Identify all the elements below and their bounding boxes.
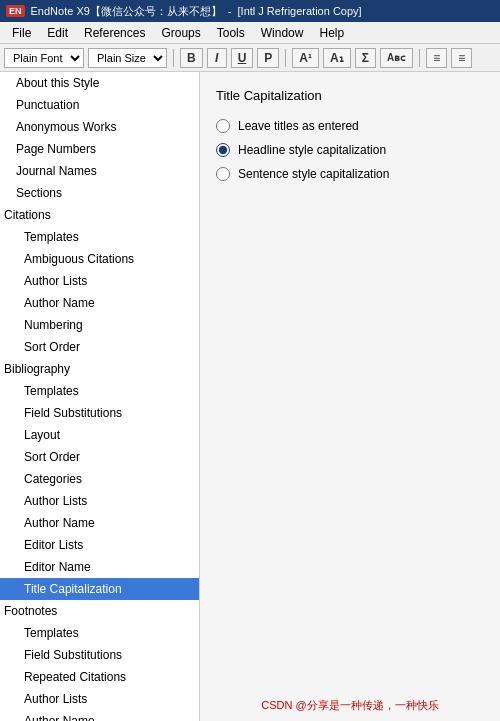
tree-bibliography-author-lists[interactable]: Author Lists [0,490,199,512]
tree-footnotes-author-lists[interactable]: Author Lists [0,688,199,710]
tree-categories[interactable]: Categories [0,468,199,490]
menu-window[interactable]: Window [253,24,312,42]
tree-footnotes-author-name[interactable]: Author Name [0,710,199,721]
superscript-button[interactable]: A¹ [292,48,319,68]
tree-editor-name[interactable]: Editor Name [0,556,199,578]
sigma-button[interactable]: Σ [355,48,376,68]
toolbar: Plain Font Plain Size B I U P A¹ A₁ Σ Aʙ… [0,44,500,72]
italic-button[interactable]: I [207,48,227,68]
menu-groups[interactable]: Groups [153,24,208,42]
tree-panel: About this Style Punctuation Anonymous W… [0,72,200,721]
menu-help[interactable]: Help [311,24,352,42]
plain-button[interactable]: P [257,48,279,68]
tree-layout[interactable]: Layout [0,424,199,446]
radio-headline[interactable] [216,143,230,157]
title-bar: EN EndNote X9【微信公众号：从来不想】 - [Intl J Refr… [0,0,500,22]
tree-title-capitalization[interactable]: Title Capitalization [0,578,199,600]
toolbar-separator-2 [285,49,286,67]
tree-bibliography-header[interactable]: Bibliography [0,358,199,380]
app-name: EndNote X9【微信公众号：从来不想】 [31,4,222,19]
smallcaps-button[interactable]: Aʙᴄ [380,48,413,68]
tree-footnotes-field-substitutions[interactable]: Field Substitutions [0,644,199,666]
tree-sections[interactable]: Sections [0,182,199,204]
font-select[interactable]: Plain Font [4,48,84,68]
align-left-button[interactable]: ≡ [426,48,447,68]
radio-leave[interactable] [216,119,230,133]
option-sentence[interactable]: Sentence style capitalization [216,167,484,181]
tree-citations-header[interactable]: Citations [0,204,199,226]
toolbar-separator-1 [173,49,174,67]
tree-bibliography-author-name[interactable]: Author Name [0,512,199,534]
tree-citations-author-name[interactable]: Author Name [0,292,199,314]
app-icon: EN [6,5,25,17]
underline-button[interactable]: U [231,48,254,68]
subscript-button[interactable]: A₁ [323,48,351,68]
menu-bar: File Edit References Groups Tools Window… [0,22,500,44]
tree-about-style[interactable]: About this Style [0,72,199,94]
tree-citations-templates[interactable]: Templates [0,226,199,248]
tree-bibliography-sort-order[interactable]: Sort Order [0,446,199,468]
menu-edit[interactable]: Edit [39,24,76,42]
radio-sentence[interactable] [216,167,230,181]
align-right-button[interactable]: ≡ [451,48,472,68]
bold-button[interactable]: B [180,48,203,68]
tree-footnotes-templates[interactable]: Templates [0,622,199,644]
tree-citations-author-lists[interactable]: Author Lists [0,270,199,292]
title-separator: - [228,5,232,17]
right-panel: Title Capitalization Leave titles as ent… [200,72,500,721]
tree-bibliography-templates[interactable]: Templates [0,380,199,402]
panel-title: Title Capitalization [216,88,484,103]
menu-file[interactable]: File [4,24,39,42]
main-content: About this Style Punctuation Anonymous W… [0,72,500,721]
tree-page-numbers[interactable]: Page Numbers [0,138,199,160]
option-leave[interactable]: Leave titles as entered [216,119,484,133]
toolbar-separator-3 [419,49,420,67]
option-sentence-label: Sentence style capitalization [238,167,389,181]
tree-journal-names[interactable]: Journal Names [0,160,199,182]
option-headline-label: Headline style capitalization [238,143,386,157]
option-headline[interactable]: Headline style capitalization [216,143,484,157]
tree-repeated-citations[interactable]: Repeated Citations [0,666,199,688]
tree-editor-lists[interactable]: Editor Lists [0,534,199,556]
tree-ambiguous-citations[interactable]: Ambiguous Citations [0,248,199,270]
tree-citations-sort-order[interactable]: Sort Order [0,336,199,358]
menu-tools[interactable]: Tools [209,24,253,42]
menu-references[interactable]: References [76,24,153,42]
tree-numbering[interactable]: Numbering [0,314,199,336]
tree-footnotes-header[interactable]: Footnotes [0,600,199,622]
option-leave-label: Leave titles as entered [238,119,359,133]
tree-field-substitutions[interactable]: Field Substitutions [0,402,199,424]
capitalization-options: Leave titles as entered Headline style c… [216,119,484,181]
size-select[interactable]: Plain Size [88,48,167,68]
document-name: [Intl J Refrigeration Copy] [238,5,362,17]
tree-anonymous-works[interactable]: Anonymous Works [0,116,199,138]
tree-punctuation[interactable]: Punctuation [0,94,199,116]
